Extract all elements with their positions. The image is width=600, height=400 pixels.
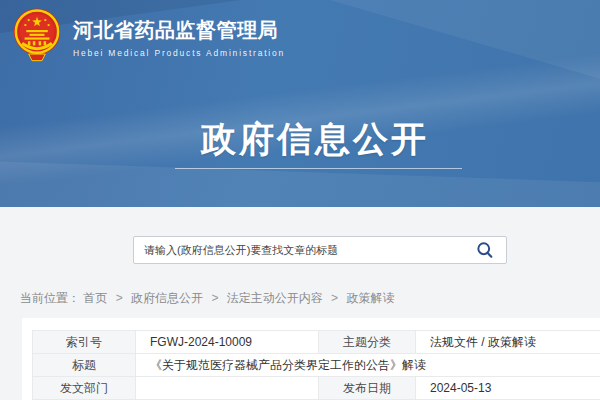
index-number-label: 索引号 (33, 331, 136, 354)
table-row: 索引号 FGWJ-2024-10009 主题分类 法规文件 / 政策解读 (33, 331, 600, 354)
issuing-dept-label: 发文部门 (33, 377, 136, 400)
table-row: 标题 《关于规范医疗器械产品分类界定工作的公告》解读 (33, 354, 600, 377)
document-card: 索引号 FGWJ-2024-10009 主题分类 法规文件 / 政策解读 标题 … (22, 318, 600, 400)
issuing-dept-value (136, 377, 319, 400)
topic-category-value: 法规文件 / 政策解读 (416, 331, 600, 354)
breadcrumb-link-statutory-content[interactable]: 法定主动公开内容 (227, 291, 323, 305)
breadcrumb-prefix: 当前位置： (20, 291, 80, 305)
breadcrumb-link-policy-interpretation[interactable]: 政策解读 (346, 291, 394, 305)
publish-date-value: 2024-05-13 (416, 377, 600, 400)
table-row: 发文部门 发布日期 2024-05-13 (33, 377, 600, 400)
breadcrumb-link-info-disclosure[interactable]: 政府信息公开 (131, 291, 203, 305)
index-number-value: FGWJ-2024-10009 (136, 331, 319, 354)
page-title: 政府信息公开 (201, 116, 429, 163)
top-banner: 河北省药品监督管理局 Hebei Medical Products Admini… (0, 0, 600, 207)
breadcrumb-link-home[interactable]: 首页 (83, 291, 107, 305)
search-input[interactable] (134, 237, 464, 263)
magnifier-icon (476, 241, 494, 259)
publish-date-label: 发布日期 (319, 377, 416, 400)
topic-category-label: 主题分类 (319, 331, 416, 354)
breadcrumb: 当前位置： 首页 > 政府信息公开 > 法定主动公开内容 > 政策解读 (20, 290, 394, 307)
doc-title-label: 标题 (33, 354, 136, 377)
document-meta-table: 索引号 FGWJ-2024-10009 主题分类 法规文件 / 政策解读 标题 … (32, 330, 600, 400)
site-logo[interactable]: 河北省药品监督管理局 Hebei Medical Products Admini… (12, 6, 285, 64)
main-section: 当前位置： 首页 > 政府信息公开 > 法定主动公开内容 > 政策解读 索引号 … (0, 207, 600, 400)
breadcrumb-separator: > (116, 291, 123, 305)
breadcrumb-separator: > (211, 291, 218, 305)
search-box (133, 236, 507, 264)
doc-title-value: 《关于规范医疗器械产品分类界定工作的公告》解读 (136, 354, 600, 377)
title-underline (175, 168, 462, 169)
org-name-zh: 河北省药品监督管理局 (73, 17, 285, 44)
national-emblem-icon (12, 6, 62, 64)
org-name-en: Hebei Medical Products Administration (73, 48, 285, 58)
search-button[interactable] (464, 237, 506, 263)
breadcrumb-separator: > (331, 291, 338, 305)
org-names: 河北省药品监督管理局 Hebei Medical Products Admini… (73, 13, 285, 58)
